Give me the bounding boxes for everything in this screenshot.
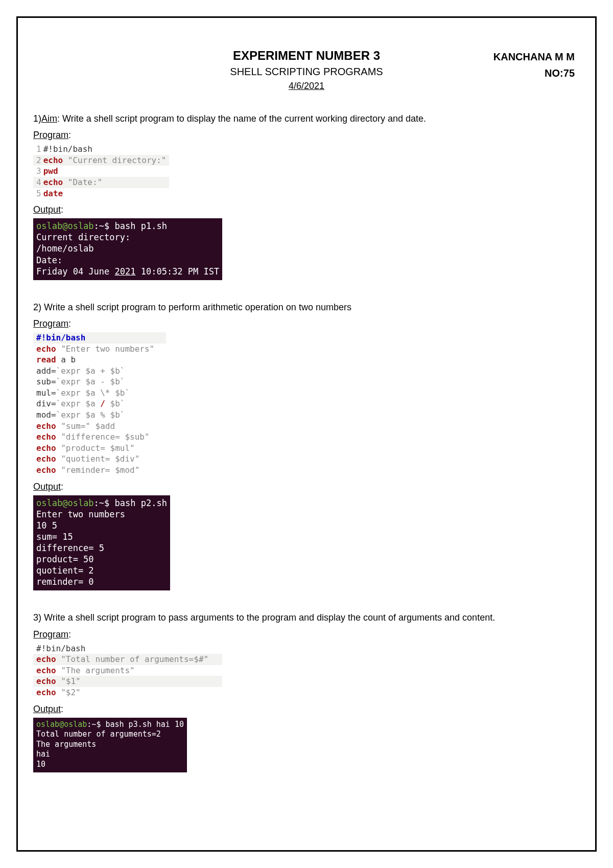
header-right: KANCHANA M M NO:75: [493, 49, 575, 81]
q1-code: 1#!bin/bash 2echo "Current directory:" 3…: [33, 144, 169, 199]
output-label-2: Output: [33, 482, 61, 492]
program-label-3: Program: [33, 629, 68, 639]
question-3: 3) Write a shell script program to pass …: [33, 611, 580, 624]
aim-label: Aim: [41, 113, 57, 124]
header: EXPERIMENT NUMBER 3 SHELL SCRIPTING PROG…: [33, 49, 580, 92]
doc-date: 4/6/2021: [33, 81, 580, 92]
program-label-2: Program: [33, 318, 68, 329]
student-name: KANCHANA M M: [493, 49, 575, 65]
q1-text: : Write a shell script program to displa…: [57, 113, 426, 124]
q2-text: Write a shell script program to perform …: [41, 302, 351, 312]
question-1: 1)Aim: Write a shell script program to d…: [33, 112, 580, 125]
q2-output: oslab@oslab:~$ bash p2.sh Enter two numb…: [33, 495, 170, 591]
output-label-3: Output: [33, 704, 61, 714]
question-2: 2) Write a shell script program to perfo…: [33, 301, 580, 314]
output-label-1: Output: [33, 204, 61, 215]
q3-num: 3): [33, 612, 41, 623]
q2-code: #!bin/bash echo "Enter two numbers" read…: [33, 332, 166, 476]
q1-num: 1): [33, 113, 41, 124]
body: 1)Aim: Write a shell script program to d…: [33, 112, 580, 782]
roll-number: NO:75: [493, 65, 575, 81]
program-label-1: Program: [33, 130, 68, 140]
page-frame: EXPERIMENT NUMBER 3 SHELL SCRIPTING PROG…: [16, 16, 597, 852]
q3-code: #!bin/bash echo "Total number of argumen…: [33, 643, 222, 698]
q3-output: oslab@oslab:~$ bash p3.sh hai 10 Total n…: [33, 718, 187, 773]
q1-output: oslab@oslab:~$ bash p1.sh Current direct…: [33, 218, 222, 280]
q2-num: 2): [33, 302, 41, 312]
q3-text: Write a shell script program to pass arg…: [41, 612, 495, 623]
